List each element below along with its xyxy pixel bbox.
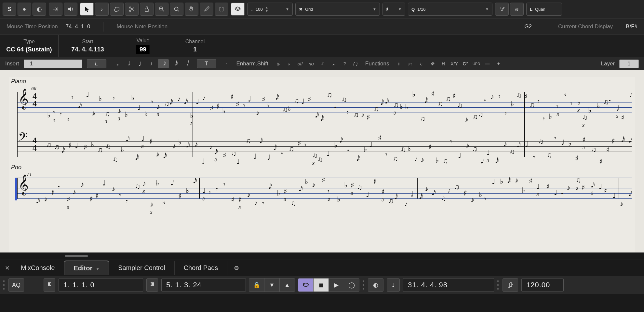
note-glyph[interactable]: ♯ xyxy=(216,102,220,111)
grid-type[interactable]: ♯▼ xyxy=(382,3,405,16)
note-glyph[interactable]: ♯ xyxy=(606,146,610,154)
note-glyph[interactable]: ♯ xyxy=(428,143,432,151)
layer-value[interactable]: 1 xyxy=(619,60,639,68)
note-glyph[interactable]: ♭ xyxy=(222,107,225,115)
note-glyph[interactable]: ♩ xyxy=(458,152,461,160)
layer-toggle[interactable] xyxy=(231,3,245,16)
note-glyph[interactable]: ♪ xyxy=(118,107,121,115)
note-glyph[interactable]: ♪ xyxy=(256,109,260,117)
note-glyph[interactable]: ♭ xyxy=(364,145,367,154)
note-glyph[interactable]: ♫ xyxy=(246,137,251,145)
note-glyph[interactable]: ♪ xyxy=(567,183,570,192)
note-glyph[interactable]: ♭ xyxy=(597,102,600,110)
display-tool[interactable] xyxy=(170,3,183,16)
note-glyph[interactable]: ♩ xyxy=(525,140,528,149)
note-glyph[interactable]: ♭ xyxy=(405,103,408,111)
note-glyph[interactable]: ♫ xyxy=(393,155,398,163)
note-glyph[interactable]: ♫ xyxy=(105,142,111,151)
note-glyph[interactable]: ♫ xyxy=(400,145,406,154)
quantize-settings-button[interactable]: e xyxy=(510,3,524,16)
note-glyph[interactable]: ♭ xyxy=(408,144,411,153)
note-glyph[interactable]: ♯ xyxy=(322,176,325,184)
half-note[interactable]: 𝅗𝅥 xyxy=(123,59,134,68)
note-glyph[interactable]: ♫ xyxy=(437,100,443,108)
right-locator-flag[interactable] xyxy=(146,278,158,292)
erase-tool[interactable] xyxy=(110,3,124,16)
chevron-down-icon[interactable]: ▼ xyxy=(96,267,100,271)
note-glyph[interactable]: ♫ xyxy=(473,113,478,121)
note-glyph[interactable]: ♯ xyxy=(381,188,385,196)
note-glyph[interactable]: ♯ xyxy=(178,192,182,200)
sharp-icon[interactable]: ♯ xyxy=(317,60,328,68)
note-glyph[interactable]: ♫ xyxy=(46,141,51,149)
note-glyph[interactable]: ♭ xyxy=(563,90,567,98)
note-glyph[interactable]: ♭ xyxy=(125,110,128,119)
note-glyph[interactable]: ♩ xyxy=(202,187,206,195)
note-glyph[interactable]: ♪ xyxy=(156,102,160,111)
whole-note[interactable]: 𝅝 xyxy=(111,59,122,68)
retrospective-button[interactable]: ◐ xyxy=(368,278,383,292)
note-glyph[interactable]: ♫ xyxy=(603,98,609,106)
note-glyph[interactable]: ♩ xyxy=(369,141,372,149)
note-glyph[interactable]: ♫ xyxy=(509,147,515,156)
note-glyph[interactable]: ♫ xyxy=(105,110,110,118)
note-glyph[interactable]: ♯ xyxy=(378,134,382,142)
note-glyph[interactable]: ♯ xyxy=(452,92,456,100)
note-glyph[interactable]: ♯ xyxy=(210,104,213,113)
note-glyph[interactable]: ♯ xyxy=(582,183,585,192)
insert-voice[interactable]: 1 xyxy=(24,60,82,68)
note-glyph[interactable]: ♭ xyxy=(334,141,337,150)
note-glyph[interactable]: ♯ xyxy=(524,92,528,101)
note-glyph[interactable]: ♪ xyxy=(202,94,206,102)
note-glyph[interactable]: ♯ xyxy=(262,95,265,104)
note-glyph[interactable]: ♭ xyxy=(162,198,166,206)
note-glyph[interactable]: ♫ xyxy=(517,91,522,100)
double-sharp-icon[interactable]: 𝄪 xyxy=(328,60,339,68)
eighth-note[interactable]: ♪ xyxy=(146,59,157,68)
retrospective-record-button[interactable]: ◐ xyxy=(33,3,46,16)
fn-flip-icon[interactable]: ♪↑ xyxy=(405,60,415,68)
tuplet-button[interactable]: T xyxy=(197,60,216,68)
note-glyph[interactable]: ♯ xyxy=(231,196,235,204)
cycle-button[interactable] xyxy=(298,278,314,292)
length-button[interactable]: L xyxy=(87,60,106,68)
punch-out-button[interactable]: ▲ xyxy=(279,278,295,292)
note-glyph[interactable]: ♯ xyxy=(284,187,287,196)
note-glyph[interactable]: ♪ xyxy=(466,141,469,150)
note-glyph[interactable]: ♭ xyxy=(156,179,159,187)
enh-unknown[interactable]: ? xyxy=(339,60,350,68)
note-glyph[interactable]: ♫ xyxy=(113,155,118,164)
right-locator-position[interactable]: 5. 1. 3. 24 xyxy=(161,278,246,292)
note-glyph[interactable]: ♪ xyxy=(425,185,428,193)
fn-xy[interactable]: X/Y xyxy=(449,60,460,68)
flat-icon[interactable]: ♭ xyxy=(284,60,294,68)
note-glyph[interactable]: ♫ xyxy=(357,183,362,192)
insert-note-tool[interactable]: ♪ xyxy=(95,3,109,16)
note-glyph[interactable]: ♫ xyxy=(576,176,581,184)
note-glyph[interactable]: ♫ xyxy=(294,97,299,105)
note-glyph[interactable]: ♭ xyxy=(121,146,124,154)
left-locator-flag[interactable] xyxy=(44,278,55,292)
note-glyph[interactable]: ♩ xyxy=(616,104,619,113)
note-glyph[interactable]: ♫ xyxy=(291,199,296,208)
note-glyph[interactable]: ♫ xyxy=(582,113,588,122)
note-glyph[interactable]: ♩ xyxy=(253,152,257,161)
note-glyph[interactable]: ♭ xyxy=(288,105,291,113)
tab-editor[interactable]: Editor▼ xyxy=(64,261,109,275)
tab-sampler[interactable]: Sampler Control xyxy=(109,261,175,275)
note-glyph[interactable]: ♪ xyxy=(80,180,84,189)
note-glyph[interactable]: ♭ xyxy=(144,110,148,118)
note-glyph[interactable]: ♫ xyxy=(446,95,451,103)
note-glyph[interactable]: ♪ xyxy=(490,92,494,101)
note-glyph[interactable]: ♩ xyxy=(248,95,251,103)
note-glyph[interactable]: ♫ xyxy=(388,197,394,205)
note-glyph[interactable]: ♭ xyxy=(178,138,181,146)
note-glyph[interactable]: ♭ xyxy=(588,106,591,115)
note-glyph[interactable]: ♯ xyxy=(298,139,301,148)
note-glyph[interactable]: ♪ xyxy=(254,198,258,207)
fn-minus-icon[interactable]: — xyxy=(482,60,493,68)
note-glyph[interactable]: ♫ xyxy=(97,146,103,154)
note-glyph[interactable]: ♫ xyxy=(312,151,318,160)
note-glyph[interactable]: ♫ xyxy=(420,115,425,123)
note-glyph[interactable]: ♫ xyxy=(538,137,543,146)
